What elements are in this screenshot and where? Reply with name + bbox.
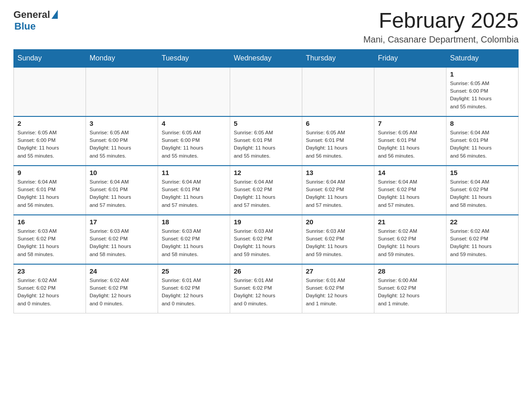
day-info: Sunrise: 6:05 AMSunset: 6:00 PMDaylight:… bbox=[90, 129, 154, 160]
calendar-cell: 11Sunrise: 6:04 AMSunset: 6:01 PMDayligh… bbox=[158, 166, 230, 215]
calendar-cell: 15Sunrise: 6:04 AMSunset: 6:02 PMDayligh… bbox=[446, 166, 519, 215]
day-number: 13 bbox=[306, 169, 370, 176]
day-info: Sunrise: 6:02 AMSunset: 6:02 PMDaylight:… bbox=[90, 277, 154, 308]
day-info: Sunrise: 6:04 AMSunset: 6:02 PMDaylight:… bbox=[234, 178, 298, 209]
day-number: 26 bbox=[234, 267, 298, 275]
location-subtitle: Mani, Casanare Department, Colombia bbox=[363, 34, 519, 45]
calendar-cell: 14Sunrise: 6:04 AMSunset: 6:02 PMDayligh… bbox=[374, 166, 446, 215]
calendar-cell bbox=[230, 67, 302, 116]
logo-blue-text: Blue bbox=[14, 21, 36, 32]
day-number: 16 bbox=[17, 218, 82, 226]
day-number: 17 bbox=[90, 218, 154, 226]
day-info: Sunrise: 6:03 AMSunset: 6:02 PMDaylight:… bbox=[90, 227, 154, 258]
calendar-cell: 4Sunrise: 6:05 AMSunset: 6:00 PMDaylight… bbox=[158, 116, 230, 166]
calendar-cell bbox=[14, 67, 86, 116]
day-number: 15 bbox=[450, 169, 515, 176]
calendar-cell: 13Sunrise: 6:04 AMSunset: 6:02 PMDayligh… bbox=[302, 166, 374, 215]
day-number: 12 bbox=[234, 169, 298, 176]
calendar-cell: 3Sunrise: 6:05 AMSunset: 6:00 PMDaylight… bbox=[86, 116, 158, 166]
weekday-header-tuesday: Tuesday bbox=[158, 49, 230, 67]
calendar-cell bbox=[86, 67, 158, 116]
calendar-cell: 7Sunrise: 6:05 AMSunset: 6:01 PMDaylight… bbox=[374, 116, 446, 166]
day-number: 5 bbox=[234, 120, 298, 127]
month-year-title: February 2025 bbox=[363, 9, 519, 33]
day-info: Sunrise: 6:05 AMSunset: 6:00 PMDaylight:… bbox=[450, 80, 515, 111]
calendar-cell: 25Sunrise: 6:01 AMSunset: 6:02 PMDayligh… bbox=[158, 264, 230, 313]
day-info: Sunrise: 6:04 AMSunset: 6:01 PMDaylight:… bbox=[17, 178, 82, 209]
calendar-cell: 21Sunrise: 6:02 AMSunset: 6:02 PMDayligh… bbox=[374, 215, 446, 264]
calendar-cell: 23Sunrise: 6:02 AMSunset: 6:02 PMDayligh… bbox=[14, 264, 86, 313]
day-info: Sunrise: 6:01 AMSunset: 6:02 PMDaylight:… bbox=[162, 277, 226, 308]
day-info: Sunrise: 6:05 AMSunset: 6:01 PMDaylight:… bbox=[378, 129, 442, 160]
day-info: Sunrise: 6:05 AMSunset: 6:00 PMDaylight:… bbox=[162, 129, 226, 160]
day-info: Sunrise: 6:04 AMSunset: 6:01 PMDaylight:… bbox=[162, 178, 226, 209]
day-number: 6 bbox=[306, 120, 370, 127]
calendar-cell: 6Sunrise: 6:05 AMSunset: 6:01 PMDaylight… bbox=[302, 116, 374, 166]
calendar-cell: 2Sunrise: 6:05 AMSunset: 6:00 PMDaylight… bbox=[14, 116, 86, 166]
day-number: 22 bbox=[450, 218, 515, 226]
calendar-cell bbox=[302, 67, 374, 116]
day-info: Sunrise: 6:05 AMSunset: 6:00 PMDaylight:… bbox=[17, 129, 82, 160]
calendar-week-row-2: 2Sunrise: 6:05 AMSunset: 6:00 PMDaylight… bbox=[14, 116, 519, 166]
day-number: 2 bbox=[17, 120, 82, 127]
page-header: General Blue February 2025 Mani, Casanar… bbox=[13, 9, 519, 45]
day-number: 19 bbox=[234, 218, 298, 226]
day-info: Sunrise: 6:04 AMSunset: 6:01 PMDaylight:… bbox=[90, 178, 154, 209]
day-number: 25 bbox=[162, 267, 226, 275]
weekday-header-row: SundayMondayTuesdayWednesdayThursdayFrid… bbox=[14, 49, 519, 67]
calendar-cell: 27Sunrise: 6:01 AMSunset: 6:02 PMDayligh… bbox=[302, 264, 374, 313]
logo: General Blue bbox=[13, 9, 58, 32]
weekday-header-wednesday: Wednesday bbox=[230, 49, 302, 67]
day-info: Sunrise: 6:01 AMSunset: 6:02 PMDaylight:… bbox=[234, 277, 298, 308]
day-info: Sunrise: 6:03 AMSunset: 6:02 PMDaylight:… bbox=[162, 227, 226, 258]
calendar-cell bbox=[374, 67, 446, 116]
day-number: 8 bbox=[450, 120, 515, 127]
day-info: Sunrise: 6:03 AMSunset: 6:02 PMDaylight:… bbox=[17, 227, 82, 258]
calendar-cell: 17Sunrise: 6:03 AMSunset: 6:02 PMDayligh… bbox=[86, 215, 158, 264]
calendar-cell bbox=[158, 67, 230, 116]
day-info: Sunrise: 6:03 AMSunset: 6:02 PMDaylight:… bbox=[306, 227, 370, 258]
title-section: February 2025 Mani, Casanare Department,… bbox=[363, 9, 519, 45]
calendar-cell: 20Sunrise: 6:03 AMSunset: 6:02 PMDayligh… bbox=[302, 215, 374, 264]
calendar-cell: 12Sunrise: 6:04 AMSunset: 6:02 PMDayligh… bbox=[230, 166, 302, 215]
calendar-cell: 8Sunrise: 6:04 AMSunset: 6:01 PMDaylight… bbox=[446, 116, 519, 166]
calendar-cell: 9Sunrise: 6:04 AMSunset: 6:01 PMDaylight… bbox=[14, 166, 86, 215]
calendar-cell: 19Sunrise: 6:03 AMSunset: 6:02 PMDayligh… bbox=[230, 215, 302, 264]
weekday-header-thursday: Thursday bbox=[302, 49, 374, 67]
weekday-header-sunday: Sunday bbox=[14, 49, 86, 67]
weekday-header-saturday: Saturday bbox=[446, 49, 519, 67]
calendar-cell: 10Sunrise: 6:04 AMSunset: 6:01 PMDayligh… bbox=[86, 166, 158, 215]
calendar-week-row-3: 9Sunrise: 6:04 AMSunset: 6:01 PMDaylight… bbox=[14, 166, 519, 215]
day-info: Sunrise: 6:05 AMSunset: 6:01 PMDaylight:… bbox=[306, 129, 370, 160]
day-number: 28 bbox=[378, 267, 442, 275]
calendar-cell: 5Sunrise: 6:05 AMSunset: 6:01 PMDaylight… bbox=[230, 116, 302, 166]
day-info: Sunrise: 6:02 AMSunset: 6:02 PMDaylight:… bbox=[17, 277, 82, 308]
calendar-cell: 24Sunrise: 6:02 AMSunset: 6:02 PMDayligh… bbox=[86, 264, 158, 313]
calendar-week-row-5: 23Sunrise: 6:02 AMSunset: 6:02 PMDayligh… bbox=[14, 264, 519, 313]
day-number: 3 bbox=[90, 120, 154, 127]
calendar-week-row-1: 1Sunrise: 6:05 AMSunset: 6:00 PMDaylight… bbox=[14, 67, 519, 116]
calendar-cell: 22Sunrise: 6:02 AMSunset: 6:02 PMDayligh… bbox=[446, 215, 519, 264]
day-number: 9 bbox=[17, 169, 82, 176]
day-info: Sunrise: 6:05 AMSunset: 6:01 PMDaylight:… bbox=[234, 129, 298, 160]
weekday-header-friday: Friday bbox=[374, 49, 446, 67]
day-number: 20 bbox=[306, 218, 370, 226]
calendar-cell bbox=[446, 264, 519, 313]
logo-triangle-icon bbox=[51, 10, 58, 19]
calendar-cell: 18Sunrise: 6:03 AMSunset: 6:02 PMDayligh… bbox=[158, 215, 230, 264]
day-number: 1 bbox=[450, 70, 515, 78]
calendar-table: SundayMondayTuesdayWednesdayThursdayFrid… bbox=[13, 49, 519, 314]
day-info: Sunrise: 6:01 AMSunset: 6:02 PMDaylight:… bbox=[306, 277, 370, 308]
day-number: 27 bbox=[306, 267, 370, 275]
calendar-cell: 16Sunrise: 6:03 AMSunset: 6:02 PMDayligh… bbox=[14, 215, 86, 264]
day-info: Sunrise: 6:02 AMSunset: 6:02 PMDaylight:… bbox=[450, 227, 515, 258]
day-number: 7 bbox=[378, 120, 442, 127]
day-info: Sunrise: 6:04 AMSunset: 6:02 PMDaylight:… bbox=[450, 178, 515, 209]
calendar-week-row-4: 16Sunrise: 6:03 AMSunset: 6:02 PMDayligh… bbox=[14, 215, 519, 264]
day-number: 14 bbox=[378, 169, 442, 176]
day-number: 23 bbox=[17, 267, 82, 275]
day-number: 10 bbox=[90, 169, 154, 176]
calendar-cell: 28Sunrise: 6:00 AMSunset: 6:02 PMDayligh… bbox=[374, 264, 446, 313]
logo-general-text: General bbox=[13, 9, 50, 21]
day-info: Sunrise: 6:03 AMSunset: 6:02 PMDaylight:… bbox=[234, 227, 298, 258]
